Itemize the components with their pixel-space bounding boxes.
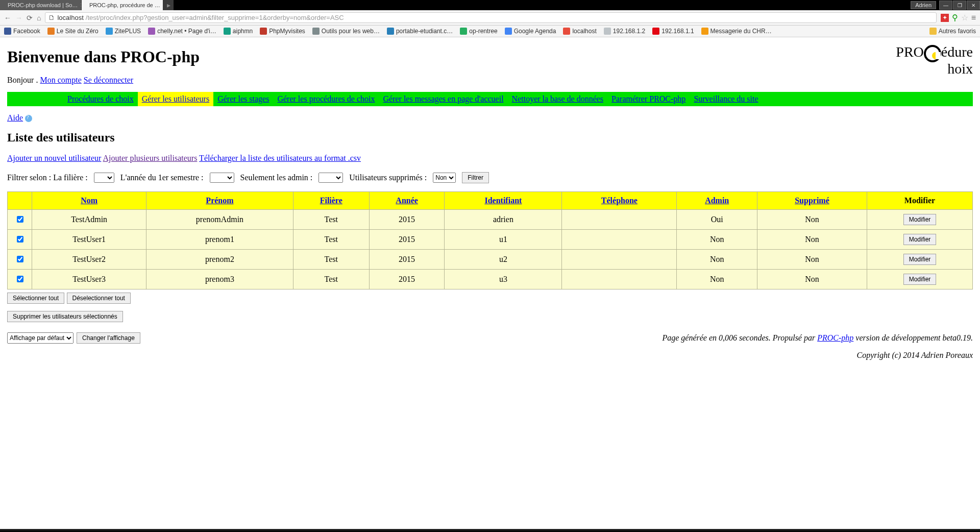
filter-annee-select[interactable] [210,173,234,183]
menu-item[interactable]: Surveillance du site [690,92,762,106]
menu-item[interactable]: Paramétrer PROC-php [607,92,690,106]
bookmark-item[interactable]: ZitePLUS [106,28,141,35]
header-nom[interactable]: Nom [81,196,97,205]
menu-item[interactable]: Gérer les stages [213,92,273,106]
filter-button[interactable]: Filtrer [462,172,489,183]
bookmark-item[interactable]: 192.168.1.1 [652,28,694,35]
filter-admin-label: Seulement les admin : [240,173,313,182]
cell-nom: TestUser3 [32,270,146,289]
bookmark-item[interactable]: 192.168.1.2 [604,28,645,35]
change-display-button[interactable]: Changer l'affichage [77,332,140,344]
menu-item[interactable]: Gérer les procédures de choix [273,92,379,106]
cell-supprime: Non [757,230,867,250]
row-checkbox[interactable] [17,216,23,223]
bookmark-item[interactable]: Messagerie du CHR… [701,28,772,35]
header-annee[interactable]: Année [396,196,418,205]
modify-button[interactable]: Modifier [903,234,937,245]
copyright: Copyright (c) 2014 Adrien Poreaux [7,351,973,360]
tab-title: PROC-php, procédure de … [89,2,160,8]
add-multiple-users-link[interactable]: Ajouter plusieurs utilisateurs [103,154,198,162]
minimize-icon[interactable]: — [939,1,952,10]
menu-icon[interactable]: ≡ [971,13,976,22]
header-filiere[interactable]: Filière [320,196,342,205]
close-window-icon[interactable]: ✕ [967,1,980,10]
bookmark-item[interactable]: op-rentree [460,28,497,35]
bookmark-item[interactable]: Le Site du Zéro [47,28,99,35]
menu-item[interactable]: Gérer les utilisateurs [138,92,213,106]
modify-button[interactable]: Modifier [903,254,937,265]
my-account-link[interactable]: Mon compte [40,76,81,84]
bookmark-item[interactable]: PhpMyvisites [260,28,305,35]
bookmark-item[interactable]: aiphmn [224,28,253,35]
cell-annee: 2015 [369,230,445,250]
tab-title: PROC-php download | So… [8,2,78,8]
greeting: Bonjour . Mon compte Se déconnecter [7,76,200,85]
other-bookmarks[interactable]: Autres favoris [929,28,976,35]
bookmark-favicon-icon [460,28,467,35]
bookmark-item[interactable]: Facebook [4,28,40,35]
modify-button[interactable]: Modifier [903,214,937,225]
menu-item[interactable]: Nettoyer la base de données [508,92,607,106]
browser-user[interactable]: Adrien [911,1,936,9]
modify-button[interactable]: Modifier [903,274,937,285]
header-telephone[interactable]: Téléphone [601,196,638,205]
home-icon[interactable]: ⌂ [37,14,41,22]
main-menu: Procédures de choixGérer les utilisateur… [7,92,973,106]
row-checkbox[interactable] [17,276,23,282]
bookmark-label: Le Site du Zéro [57,28,99,35]
bookmark-label: portable-etudiant.c… [396,28,453,35]
proc-php-link[interactable]: PROC-php [817,333,853,342]
bookmark-favicon-icon [4,28,11,35]
bookmark-label: Messagerie du CHR… [710,28,772,35]
menu-item[interactable]: Gérer les messages en page d'accueil [379,92,507,106]
row-checkbox[interactable] [17,236,23,243]
deselect-all-button[interactable]: Déselectionner tout [67,293,131,304]
cell-annee: 2015 [369,250,445,270]
display-select[interactable]: Affichage par défaut [7,332,74,344]
logout-link[interactable]: Se déconnecter [84,76,133,84]
bookmark-item[interactable]: portable-etudiant.c… [387,28,453,35]
help-icon[interactable] [25,115,32,122]
add-user-link[interactable]: Ajouter un nouvel utilisateur [7,154,101,162]
bookmark-item[interactable]: chelly.net • Page d'i… [148,28,216,35]
row-checkbox[interactable] [17,256,23,262]
reload-icon[interactable]: ⟳ [27,14,33,22]
header-prenom[interactable]: Prénom [206,196,233,205]
url-bar[interactable]: 🗋 localhost/test/proc/index.php?gestion_… [45,12,936,23]
header-identifiant[interactable]: Identifiant [484,196,522,205]
menu-item[interactable]: Procédures de choix [63,92,138,106]
adblock-icon[interactable]: ✦ [941,14,949,22]
browser-tab-active[interactable]: PROC-php, procédure de … × [82,0,163,10]
cell-prenom: prenomAdmin [146,210,293,230]
new-tab-button[interactable]: ▸ [163,0,174,10]
cell-supprime: Non [757,210,867,230]
browser-tab[interactable]: PROC-php download | So… × [0,0,82,10]
cell-telephone [562,270,677,289]
filter-supprime-label: Utilisateurs supprimés : [349,173,427,182]
back-icon[interactable]: ← [4,14,11,22]
filter-supprime-select[interactable]: Non [433,173,456,183]
help-link[interactable]: Aide [7,113,23,122]
maximize-icon[interactable]: ❐ [953,1,966,10]
cell-annee: 2015 [369,270,445,289]
filter-admin-select[interactable] [318,173,343,183]
forward-icon[interactable]: → [15,14,22,22]
bookmark-favicon-icon [652,28,659,35]
download-csv-link[interactable]: Télécharger la liste des utilisateurs au… [199,154,361,162]
bookmark-item[interactable]: Google Agenda [505,28,556,35]
cell-telephone [562,210,677,230]
cell-identifiant: u3 [445,270,562,289]
filter-filiere-label: Filtrer selon : La filière : [7,173,88,182]
bookmark-item[interactable]: localhost [563,28,596,35]
browser-tab-bar: PROC-php download | So… × PROC-php, proc… [0,0,980,10]
bookmark-item[interactable]: Outils pour les web… [312,28,380,35]
bookmark-favicon-icon [312,28,320,35]
header-supprime[interactable]: Supprimé [795,196,829,205]
delete-selected-button[interactable]: Supprimer les utilisateurs sélectionnés [7,311,123,322]
select-all-button[interactable]: Sélectionner tout [7,293,64,304]
bookmark-star-icon[interactable]: ☆ [961,13,968,22]
filter-filiere-select[interactable] [94,173,114,183]
header-admin[interactable]: Admin [705,196,729,205]
extension-icon[interactable]: ⚲ [952,13,958,22]
bookmark-label: Facebook [13,28,40,35]
